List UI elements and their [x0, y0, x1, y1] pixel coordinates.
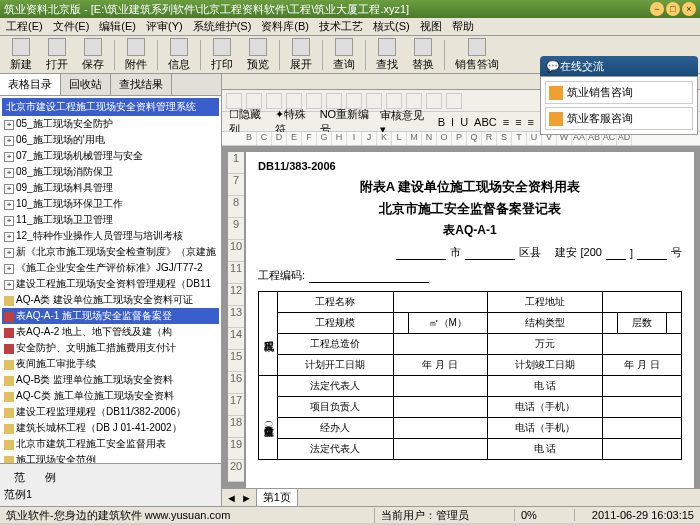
- next-page-button[interactable]: ►: [241, 492, 252, 504]
- menu-view[interactable]: 视图: [418, 19, 444, 34]
- chat-title: 在线交流: [560, 59, 604, 74]
- format-button[interactable]: I: [448, 116, 457, 128]
- save-icon: [84, 38, 102, 56]
- menu-project[interactable]: 工程(E): [4, 19, 45, 34]
- menu-edit[interactable]: 编辑(E): [97, 19, 138, 34]
- sidebar-tabs: 表格目录 回收站 查找结果: [0, 74, 221, 96]
- tree-view[interactable]: 北京市建设工程施工现场安全资料管理系统 05_施工现场安全防护06_施工现场的'…: [0, 96, 221, 463]
- info-icon: [170, 38, 188, 56]
- new-button[interactable]: 新建: [4, 37, 38, 73]
- menu-library[interactable]: 资料库(B): [259, 19, 311, 34]
- open-icon: [48, 38, 66, 56]
- query-button[interactable]: 查询: [327, 37, 361, 73]
- open-button[interactable]: 打开: [40, 37, 74, 73]
- tree-item[interactable]: 08_施工现场消防保卫: [2, 164, 219, 180]
- replace-button[interactable]: 替换: [406, 37, 440, 73]
- chat-service-button[interactable]: 筑业客服咨询: [545, 107, 693, 130]
- print-icon: [213, 38, 231, 56]
- save-button[interactable]: 保存: [76, 37, 110, 73]
- tab-results[interactable]: 查找结果: [111, 74, 172, 95]
- tree-item[interactable]: AQ-A类 建设单位施工现场安全资料可证: [2, 292, 219, 308]
- tree-item[interactable]: 安全防护、文明施工措施费用支付计: [2, 340, 219, 356]
- sidebar-footer: 范例 范例1: [0, 463, 221, 506]
- find-icon: [378, 38, 396, 56]
- preview-button[interactable]: 预览: [241, 37, 275, 73]
- format-button[interactable]: U: [457, 116, 471, 128]
- chat-sales-button[interactable]: 筑业销售咨询: [545, 81, 693, 104]
- find-button[interactable]: 查找: [370, 37, 404, 73]
- tree-item[interactable]: 建筑长城杯工程（DB J 01-41-2002）: [2, 420, 219, 436]
- ed-btn[interactable]: [406, 93, 422, 109]
- tree-item[interactable]: 05_施工现场安全防护: [2, 116, 219, 132]
- tree-item[interactable]: 10_施工现场环保卫工作: [2, 196, 219, 212]
- status-brand: 筑业软件-您身边的建筑软件 www.yusuan.com: [6, 508, 374, 523]
- editor-area: ☐隐藏列 ✦特殊符 NO重新编号 审核意见 ▾ BIUABC≡≡≡≡AAABAC…: [222, 74, 700, 506]
- maximize-button[interactable]: □: [666, 2, 680, 16]
- status-percent: 0%: [514, 509, 574, 521]
- chat-panel: 💬 在线交流 筑业销售咨询 筑业客服咨询: [540, 56, 698, 135]
- tree-item[interactable]: 施工现场安全范例: [2, 452, 219, 463]
- chat-header: 💬 在线交流: [540, 56, 698, 76]
- menu-file[interactable]: 文件(E): [51, 19, 92, 34]
- tree-item[interactable]: 新《北京市施工现场安全检查制度》（京建施: [2, 244, 219, 260]
- status-user: 当前用户：管理员: [374, 508, 514, 523]
- menu-tech[interactable]: 技术工艺: [317, 19, 365, 34]
- doc-title-2: 北京市施工安全监督备案登记表: [258, 200, 682, 218]
- format-button[interactable]: ≡: [500, 116, 512, 128]
- sales-icon: [468, 38, 486, 56]
- doc-title-1: 附表A 建设单位施工现场安全资料用表: [258, 178, 682, 196]
- tree-item[interactable]: 11_施工现场卫卫管理: [2, 212, 219, 228]
- tree-item[interactable]: 09_施工现场料具管理: [2, 180, 219, 196]
- project-code-field[interactable]: [309, 269, 429, 283]
- tree-item[interactable]: 12_特种作业操作人员管理与培训考核: [2, 228, 219, 244]
- menu-system[interactable]: 系统维护(S): [191, 19, 254, 34]
- sidebar: 表格目录 回收站 查找结果 北京市建设工程施工现场安全资料管理系统 05_施工现…: [0, 74, 222, 506]
- tree-item[interactable]: 表AQ-A-2 地上、地下管线及建（构: [2, 324, 219, 340]
- info-button[interactable]: 信息: [162, 37, 196, 73]
- attach-button[interactable]: 附件: [119, 37, 153, 73]
- tree-item[interactable]: AQ-C类 施工单位施工现场安全资料: [2, 388, 219, 404]
- tree-item[interactable]: 06_施工现场的'用电: [2, 132, 219, 148]
- sales-button[interactable]: 销售答询: [449, 37, 505, 73]
- preview-icon: [249, 38, 267, 56]
- section-builder: 建设单位（盖章）: [259, 376, 278, 460]
- doc-standard-id: DB11/383-2006: [258, 160, 682, 172]
- section-overview: 工程概况: [259, 292, 278, 376]
- ed-btn[interactable]: [426, 93, 442, 109]
- status-datetime: 2011-06-29 16:03:15: [574, 509, 694, 521]
- tree-root[interactable]: 北京市建设工程施工现场安全资料管理系统: [2, 98, 219, 116]
- menu-format[interactable]: 核式(S): [371, 19, 412, 34]
- tree-item[interactable]: 北京市建筑工程施工安全监督用表: [2, 436, 219, 452]
- menu-review[interactable]: 评审(Y): [144, 19, 185, 34]
- tree-item[interactable]: 《施工企业安全生产评价标准》JGJ/T77-2: [2, 260, 219, 276]
- print-button[interactable]: 打印: [205, 37, 239, 73]
- format-button[interactable]: ABC: [471, 116, 500, 128]
- page-indicator[interactable]: 第1页: [256, 488, 298, 506]
- person-icon: [549, 86, 563, 100]
- document-viewport[interactable]: 17891011121314151617181920 DB11/383-2006…: [222, 146, 700, 488]
- doc-table-code: 表AQ-A-1: [258, 222, 682, 239]
- tree-item[interactable]: 建设工程施工现场安全资料管理规程（DB11: [2, 276, 219, 292]
- expand-icon: [292, 38, 310, 56]
- menu-bar: 工程(E) 文件(E) 编辑(E) 评审(Y) 系统维护(S) 资料库(B) 技…: [0, 18, 700, 36]
- project-code-label: 工程编码:: [258, 268, 305, 283]
- format-button[interactable]: ≡: [512, 116, 524, 128]
- close-button[interactable]: ×: [682, 2, 696, 16]
- tab-catalog[interactable]: 表格目录: [0, 74, 61, 95]
- document-page: DB11/383-2006 附表A 建设单位施工现场安全资料用表 北京市施工安全…: [246, 152, 694, 488]
- menu-help[interactable]: 帮助: [450, 19, 476, 34]
- ed-btn[interactable]: [386, 93, 402, 109]
- format-button[interactable]: B: [435, 116, 448, 128]
- tree-item[interactable]: 夜间施工审批手续: [2, 356, 219, 372]
- minimize-button[interactable]: −: [650, 2, 664, 16]
- tab-recycle[interactable]: 回收站: [61, 74, 111, 95]
- tree-item[interactable]: 建设工程监理规程（DB11/382-2006）: [2, 404, 219, 420]
- tree-item[interactable]: 表AQ-A-1 施工现场安全监督备案登: [2, 308, 219, 324]
- prev-page-button[interactable]: ◄: [226, 492, 237, 504]
- expand-button[interactable]: 展开: [284, 37, 318, 73]
- tree-item[interactable]: AQ-B类 监理单位施工现场安全资料: [2, 372, 219, 388]
- format-button[interactable]: ≡: [525, 116, 537, 128]
- form-table: 工程概况 工程名称工程地址 工程规模㎡（M）结构类型层数 工程总造价万元 计划开…: [258, 291, 682, 460]
- ed-btn[interactable]: [446, 93, 462, 109]
- tree-item[interactable]: 07_施工现场机械管理与安全: [2, 148, 219, 164]
